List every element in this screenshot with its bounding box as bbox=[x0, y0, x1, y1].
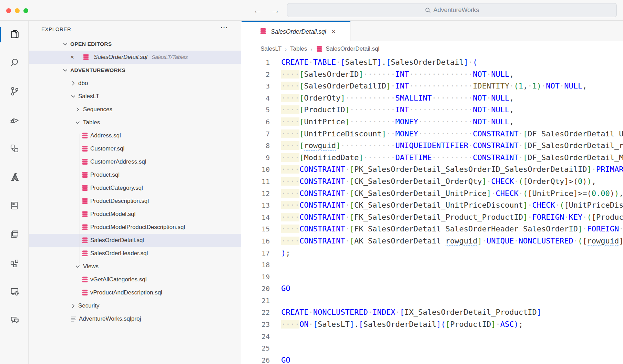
tree-item-label: vProductAndDescription.sql bbox=[90, 289, 162, 296]
database-icon bbox=[81, 224, 89, 231]
back-button[interactable]: ← bbox=[253, 6, 262, 15]
tree-folder-tables[interactable]: Tables bbox=[29, 116, 241, 129]
tree-item-productcategory-sql[interactable]: ProductCategory.sql bbox=[29, 181, 241, 195]
close-window-button[interactable] bbox=[6, 8, 11, 13]
breadcrumb-separator: › bbox=[285, 46, 287, 52]
tree-item-label: Security bbox=[78, 302, 99, 309]
remote-explorer-icon bbox=[9, 286, 20, 298]
database-icon bbox=[81, 289, 89, 297]
line-number: 2 bbox=[242, 69, 270, 81]
azure-icon bbox=[9, 171, 20, 184]
tree-item-vproductanddescription-sql[interactable]: vProductAndDescription.sql bbox=[29, 286, 241, 299]
code-editor[interactable]: 1CREATE·TABLE·[SalesLT].[SalesOrderDetai… bbox=[242, 56, 623, 364]
code-line-3: 3····[SalesOrderDetailID]·INT···········… bbox=[242, 80, 623, 92]
tree-item-address-sql[interactable]: Address.sql bbox=[29, 129, 241, 142]
forward-button[interactable]: → bbox=[270, 6, 280, 15]
title-bar: ← → AdventureWorks bbox=[0, 0, 623, 21]
tab-bar: SalesOrderDetail.sql × bbox=[242, 21, 623, 41]
activity-item-connections[interactable] bbox=[0, 137, 29, 162]
minimize-window-button[interactable] bbox=[15, 8, 20, 13]
code-line-content: ····[UnitPrice]··········MONEY··········… bbox=[270, 116, 514, 128]
activity-item-extensions[interactable] bbox=[0, 251, 29, 276]
tree-folder-dbo[interactable]: dbo bbox=[29, 77, 241, 90]
tree-item-label: dbo bbox=[78, 80, 88, 87]
line-number: 22 bbox=[242, 306, 270, 319]
code-line-content: GO bbox=[270, 283, 290, 295]
activity-item-source-control[interactable] bbox=[0, 80, 29, 104]
close-editor-icon[interactable]: × bbox=[70, 53, 74, 61]
line-number: 11 bbox=[242, 176, 270, 188]
activity-item-search[interactable] bbox=[0, 51, 29, 76]
editor-layout-icon bbox=[9, 229, 20, 241]
breadcrumb-label: Tables bbox=[290, 45, 307, 52]
tree-item-product-sql[interactable]: Product.sql bbox=[29, 168, 241, 181]
activity-item-azure[interactable] bbox=[0, 165, 29, 190]
tree-item-productmodel-sql[interactable]: ProductModel.sql bbox=[29, 208, 241, 221]
code-line-21: 21 bbox=[242, 295, 623, 307]
tree-item-salesorderdetail-sql[interactable]: SalesOrderDetail.sql bbox=[29, 234, 241, 247]
tree-item-customeraddress-sql[interactable]: CustomerAddress.sql bbox=[29, 155, 241, 168]
breadcrumb-item-salesorderdetail-sql[interactable]: SalesOrderDetail.sql bbox=[316, 45, 379, 53]
line-number: 14 bbox=[242, 211, 270, 223]
code-line-content: ····CONSTRAINT·[CK_SalesOrderDetail_Unit… bbox=[270, 199, 623, 211]
tree-section-open-editors[interactable]: OPEN EDITORS bbox=[29, 38, 241, 51]
tree-folder-saleslt[interactable]: SalesLT bbox=[29, 90, 241, 103]
tree-item-vgetallcategories-sql[interactable]: vGetAllCategories.sql bbox=[29, 273, 241, 286]
tree-item-label: Customer.sql bbox=[90, 145, 124, 152]
activity-item-database-projects[interactable] bbox=[0, 194, 29, 219]
tree-item-customer-sql[interactable]: Customer.sql bbox=[29, 142, 241, 155]
activity-item-explorer[interactable] bbox=[0, 22, 29, 47]
activity-item-remote-explorer[interactable] bbox=[0, 280, 29, 304]
code-line-14: 14····CONSTRAINT·[FK_SalesOrderDetail_Pr… bbox=[242, 211, 623, 223]
code-line-2: 2····[SalesOrderID]·······INT···········… bbox=[242, 69, 623, 81]
tree-item-productdescription-sql[interactable]: ProductDescription.sql bbox=[29, 195, 241, 208]
tree-item-salesorderheader-sql[interactable]: SalesOrderHeader.sql bbox=[29, 247, 241, 260]
tree-item-label: Views bbox=[83, 263, 99, 270]
code-line-content: ····CONSTRAINT·[PK_SalesOrderDetail_Sale… bbox=[270, 164, 623, 176]
editor-group: SalesOrderDetail.sql × SalesLT›Tables›Sa… bbox=[242, 21, 623, 364]
code-line-18: 18 bbox=[242, 259, 623, 271]
line-number: 8 bbox=[242, 140, 270, 152]
tree-item-label: AdventureWorks.sqlproj bbox=[79, 315, 141, 322]
activity-item-run-debug[interactable] bbox=[0, 108, 29, 133]
database-icon bbox=[81, 237, 89, 244]
code-line-13: 13····CONSTRAINT·[CK_SalesOrderDetail_Un… bbox=[242, 199, 623, 211]
tree-folder-security[interactable]: Security bbox=[29, 299, 241, 312]
breadcrumb-item-saleslt[interactable]: SalesLT bbox=[261, 45, 282, 52]
line-number: 1 bbox=[242, 56, 270, 69]
tree-item-label: Product.sql bbox=[90, 171, 120, 178]
code-line-content: ····CONSTRAINT·[AK_SalesOrderDetail_rowg… bbox=[270, 235, 623, 247]
tree-item-productmodelproductdescription-sql[interactable]: ProductModelProductDescription.sql bbox=[29, 221, 241, 234]
code-line-content: ····[ProductID]··········INT············… bbox=[270, 104, 514, 116]
tree-indent-guide bbox=[80, 134, 80, 264]
tree-item-adventureworks-sqlproj[interactable]: AdventureWorks.sqlproj bbox=[29, 312, 241, 325]
tab-label: SalesOrderDetail.sql bbox=[271, 28, 326, 35]
traffic-lights bbox=[6, 8, 28, 13]
zoom-window-button[interactable] bbox=[23, 8, 28, 13]
more-actions-button[interactable]: ⋯ bbox=[220, 23, 228, 32]
source-control-icon bbox=[9, 86, 20, 98]
line-number: 3 bbox=[242, 80, 270, 92]
activity-item-editor-layout[interactable] bbox=[0, 222, 29, 247]
breadcrumb-item-tables[interactable]: Tables bbox=[290, 45, 307, 52]
tree-folder-sequences[interactable]: Sequences bbox=[29, 103, 241, 116]
tree-folder-views[interactable]: Views bbox=[29, 260, 241, 273]
tab-salesorderdetail[interactable]: SalesOrderDetail.sql × bbox=[242, 21, 350, 41]
database-icon bbox=[81, 171, 89, 179]
code-line-9: 9····[ModifiedDate]·······DATETIME······… bbox=[242, 152, 623, 164]
tree-item-label: SalesLT bbox=[78, 93, 99, 100]
command-center-search[interactable]: AdventureWorks bbox=[287, 3, 617, 17]
activity-bar bbox=[0, 21, 29, 364]
breadcrumb: SalesLT›Tables›SalesOrderDetail.sql bbox=[242, 41, 623, 56]
line-number: 23 bbox=[242, 319, 270, 331]
breadcrumb-label: SalesLT bbox=[261, 45, 282, 52]
code-line-content: ····CONSTRAINT·[CK_SalesOrderDetail_Orde… bbox=[270, 176, 596, 188]
open-editor-item[interactable]: ×SalesOrderDetail.sqlSalesLT/Tables bbox=[29, 51, 241, 64]
close-tab-icon[interactable]: × bbox=[331, 28, 335, 35]
line-number: 25 bbox=[242, 342, 270, 354]
code-line-11: 11····CONSTRAINT·[CK_SalesOrderDetail_Or… bbox=[242, 176, 623, 188]
tree-section-adventureworks[interactable]: ADVENTUREWORKS bbox=[29, 64, 241, 77]
line-number: 13 bbox=[242, 199, 270, 211]
database-icon bbox=[81, 211, 89, 218]
activity-item-feedback[interactable] bbox=[0, 308, 29, 333]
